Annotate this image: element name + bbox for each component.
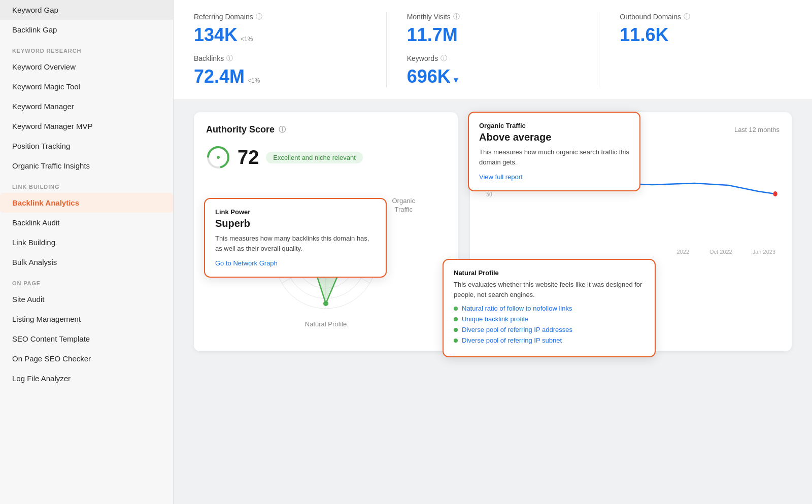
- sidebar: Keyword Gap Backlink Gap KEYWORD RESEARC…: [0, 0, 174, 504]
- dot-icon-1: [454, 317, 458, 321]
- tooltip-link-power-title-small: Link Power: [215, 208, 376, 216]
- section-on-page: ON PAGE: [0, 272, 173, 289]
- svg-point-14: [323, 301, 328, 306]
- go-to-network-graph-link[interactable]: Go to Network Graph: [215, 259, 278, 267]
- sidebar-item-keyword-magic-tool[interactable]: Keyword Magic Tool: [0, 77, 173, 96]
- sidebar-item-log-file-analyzer[interactable]: Log File Analyzer: [0, 368, 173, 388]
- section-link-building: LINK BUILDING: [0, 176, 173, 193]
- chart-x-labels: 2022 Oct 2022 Jan 2023: [482, 249, 780, 255]
- tooltip-link-power-title-large: Superb: [215, 218, 376, 229]
- sidebar-item-on-page-seo-checker[interactable]: On Page SEO Checker: [0, 349, 173, 368]
- info-icon-monthly-visits[interactable]: ⓘ: [453, 12, 460, 21]
- sidebar-item-link-building[interactable]: Link Building: [0, 232, 173, 252]
- main-content: Referring Domains ⓘ 134K <1% Backlinks ⓘ…: [174, 0, 812, 504]
- section-keyword-research: KEYWORD RESEARCH: [0, 40, 173, 57]
- info-icon-referring-domains[interactable]: ⓘ: [256, 12, 262, 21]
- info-icon-outbound-domains[interactable]: ⓘ: [684, 12, 690, 21]
- svg-point-16: [773, 191, 777, 196]
- dot-icon-2: [454, 328, 458, 332]
- sidebar-item-position-tracking[interactable]: Position Tracking: [0, 136, 173, 156]
- sidebar-item-keyword-manager-mvp[interactable]: Keyword Manager MVP: [0, 116, 173, 136]
- sidebar-item-organic-traffic-insights[interactable]: Organic Traffic Insights: [0, 156, 173, 176]
- info-icon-keywords[interactable]: ⓘ: [441, 54, 447, 63]
- natural-profile-item-3[interactable]: Diverse pool of referring IP subnet: [454, 337, 645, 344]
- sidebar-item-keyword-overview[interactable]: Keyword Overview: [0, 57, 173, 77]
- stat-outbound-domains: Outbound Domains ⓘ 11.6K: [620, 12, 792, 87]
- sidebar-item-keyword-manager[interactable]: Keyword Manager: [0, 96, 173, 116]
- natural-profile-item-0[interactable]: Natural ratio of follow to nofollow link…: [454, 305, 645, 312]
- sidebar-item-bulk-analysis[interactable]: Bulk Analysis: [0, 252, 173, 272]
- tooltip-organic-title-small: Organic Traffic: [479, 122, 629, 129]
- tooltip-natural-title-small: Natural Profile: [454, 269, 645, 277]
- natural-profile-item-1[interactable]: Unique backlink profile: [454, 315, 645, 323]
- tooltip-organic-desc: This measures how much organic search tr…: [479, 147, 629, 167]
- sidebar-item-keyword-gap[interactable]: Keyword Gap: [0, 0, 173, 20]
- trend-period: Last 12 months: [734, 126, 780, 133]
- stat-referring-domains: Referring Domains ⓘ 134K <1%: [194, 12, 366, 46]
- stat-backlinks: Backlinks ⓘ 72.4M <1%: [194, 54, 366, 87]
- svg-point-2: [217, 156, 220, 159]
- dot-icon-3: [454, 339, 458, 343]
- sidebar-item-site-audit[interactable]: Site Audit: [0, 289, 173, 309]
- sidebar-item-listing-management[interactable]: Listing Management: [0, 309, 173, 329]
- score-circle: [206, 145, 230, 170]
- radar-label-organic-traffic: OrganicTraffic: [392, 197, 415, 214]
- dot-icon-0: [454, 307, 458, 311]
- sidebar-item-backlink-audit[interactable]: Backlink Audit: [0, 213, 173, 232]
- chevron-down-icon: ▾: [454, 75, 458, 85]
- stat-monthly-visits: Monthly Visits ⓘ 11.7M: [407, 12, 579, 46]
- tooltip-organic-traffic: Organic Traffic Above average This measu…: [468, 112, 640, 191]
- info-icon-backlinks[interactable]: ⓘ: [226, 54, 233, 63]
- svg-text:50: 50: [486, 191, 492, 197]
- authority-score-badge: Excellent and niche relevant: [266, 152, 363, 163]
- view-full-report-link[interactable]: View full report: [479, 173, 523, 181]
- stats-row: Referring Domains ⓘ 134K <1% Backlinks ⓘ…: [174, 0, 812, 100]
- stat-keywords: Keywords ⓘ 696K ▾: [407, 54, 579, 87]
- tooltip-link-power: Link Power Superb This measures how many…: [204, 198, 387, 278]
- tooltip-natural-desc: This evaluates whether this website feel…: [454, 280, 645, 299]
- sidebar-item-backlink-gap[interactable]: Backlink Gap: [0, 20, 173, 40]
- radar-label-natural-profile: Natural Profile: [305, 320, 347, 329]
- tooltip-organic-title-large: Above average: [479, 131, 629, 143]
- tooltip-natural-profile: Natural Profile This evaluates whether t…: [443, 259, 656, 357]
- sidebar-item-seo-content-template[interactable]: SEO Content Template: [0, 329, 173, 349]
- natural-profile-item-2[interactable]: Diverse pool of referring IP addresses: [454, 326, 645, 333]
- info-icon-authority-score[interactable]: ⓘ: [279, 125, 286, 135]
- authority-score-number: 72: [238, 147, 259, 169]
- tooltip-link-power-desc: This measures how many backlinks this do…: [215, 233, 376, 253]
- sidebar-item-backlink-analytics[interactable]: Backlink Analytics: [0, 193, 173, 213]
